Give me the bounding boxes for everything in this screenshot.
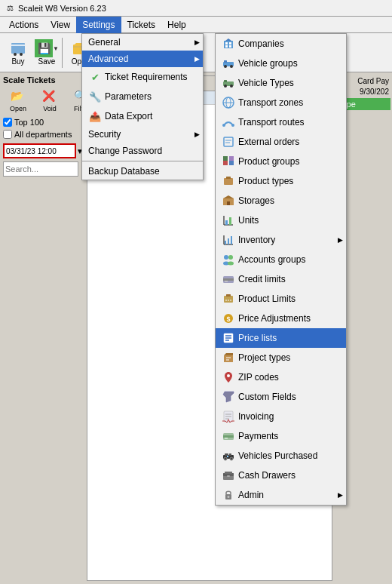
adv-accounts-groups[interactable]: Accounts groups <box>216 250 346 269</box>
date-value: 03/31/23 12:00 <box>6 147 57 155</box>
svg-point-20 <box>224 85 227 88</box>
adv-transport-routes[interactable]: Transport routes <box>216 112 346 132</box>
adv-custom-fields[interactable]: Custom Fields <box>216 387 346 407</box>
svg-rect-83 <box>225 472 232 474</box>
menu-view[interactable]: View <box>44 17 76 33</box>
app-title: Scaleit W8 Version 6.23 <box>18 4 106 13</box>
adv-zip-codes[interactable]: ZIP codes <box>216 367 346 387</box>
adv-transport-routes-label: Transport routes <box>238 117 305 128</box>
save-icon: 💾 <box>35 39 53 57</box>
menu-actions[interactable]: Actions <box>3 17 44 33</box>
adv-product-limits[interactable]: Product Limits <box>216 289 346 309</box>
svg-rect-45 <box>228 238 229 244</box>
adv-cash-drawers[interactable]: Cash Drawers <box>216 466 346 485</box>
adv-companies[interactable]: Companies <box>216 34 346 54</box>
adv-cash-drawers-label: Cash Drawers <box>238 470 296 481</box>
date-input[interactable]: 03/31/23 12:00 <box>3 143 76 158</box>
inventory-icon <box>222 233 235 247</box>
svg-rect-79 <box>227 456 228 457</box>
adv-storages[interactable]: Storages <box>216 191 346 211</box>
settings-general-label: General <box>88 37 121 48</box>
svg-point-85 <box>228 496 230 498</box>
svg-rect-40 <box>225 220 228 225</box>
settings-advanced[interactable]: Advanced <box>82 51 203 67</box>
toolbar-divider-1 <box>62 38 63 68</box>
menu-settings[interactable]: Settings <box>76 17 121 33</box>
settings-parameters[interactable]: 🔧 Parameters <box>82 87 203 106</box>
svg-text:$: $ <box>227 315 231 323</box>
adv-custom-fields-label: Custom Fields <box>238 392 296 402</box>
top100-checkbox[interactable] <box>3 118 12 127</box>
adv-vehicles-purchased[interactable]: Vehicles Purchased <box>216 446 346 466</box>
checkmark-icon: ✔ <box>88 70 102 84</box>
svg-rect-55 <box>226 294 231 297</box>
adv-admin[interactable]: Admin <box>216 485 346 505</box>
scale-void-label: Void <box>43 105 57 112</box>
svg-point-1 <box>14 53 17 56</box>
alldepts-checkbox[interactable] <box>3 130 12 139</box>
settings-ticket-req[interactable]: ✔ Ticket Requirements <box>82 67 203 87</box>
svg-point-2 <box>20 53 23 56</box>
companies-icon <box>222 37 235 51</box>
svg-rect-9 <box>224 41 233 48</box>
left-panel: Scale Tickets 📂 Open ❌ Void 🔍 Filter Top… <box>0 72 87 584</box>
buy-icon <box>9 39 27 57</box>
section-title: Scale Tickets <box>3 75 84 85</box>
adv-external-orders[interactable]: External orders <box>216 132 346 152</box>
adv-transport-zones[interactable]: Transport zones <box>216 93 346 112</box>
settings-security[interactable]: Security <box>82 126 203 143</box>
adv-payments[interactable]: Payments <box>216 426 346 446</box>
adv-credit-limits[interactable]: Credit limits <box>216 269 346 289</box>
adv-price-lists[interactable]: Price lists <box>216 328 346 348</box>
buy-button[interactable]: Buy <box>3 38 33 67</box>
svg-point-78 <box>230 457 233 460</box>
adv-project-types-label: Project types <box>238 352 290 363</box>
settings-general[interactable]: General <box>82 34 203 51</box>
adv-price-lists-label: Price lists <box>238 333 277 343</box>
adv-vehicle-types[interactable]: Vehicle Types <box>216 73 346 93</box>
svg-point-50 <box>228 262 234 266</box>
adv-admin-label: Admin <box>238 490 264 500</box>
adv-accounts-groups-label: Accounts groups <box>238 254 305 265</box>
adv-product-types[interactable]: Product types <box>216 171 346 191</box>
search-input[interactable] <box>3 161 78 177</box>
scale-void-button[interactable]: ❌ Void <box>35 89 65 113</box>
menu-help[interactable]: Help <box>161 17 192 33</box>
save-dropdown-arrow[interactable]: ▼ <box>53 45 59 52</box>
svg-rect-32 <box>223 156 228 161</box>
alldepts-checkbox-row: All departments <box>3 130 84 139</box>
save-label: Save <box>38 57 56 66</box>
scale-open-button[interactable]: 📂 Open <box>3 89 33 113</box>
accounts-groups-icon <box>222 253 235 266</box>
price-lists-icon <box>222 331 235 345</box>
adv-product-groups-label: Product groups <box>238 156 299 167</box>
adv-price-adjustments[interactable]: $ Price Adjustments <box>216 309 346 328</box>
adv-vehicle-groups[interactable]: Vehicle groups <box>216 54 346 73</box>
adv-units[interactable]: Units <box>216 211 346 230</box>
settings-backup[interactable]: Backup Database <box>82 163 203 180</box>
adv-transport-zones-label: Transport zones <box>238 97 303 108</box>
settings-backup-label: Backup Database <box>88 166 160 177</box>
scale-open-label: Open <box>10 105 26 112</box>
svg-point-17 <box>230 65 233 68</box>
project-types-icon <box>222 351 235 364</box>
menu-tickets[interactable]: Tickets <box>121 17 162 33</box>
adv-invoicing[interactable]: Invoicing <box>216 407 346 426</box>
settings-data-export[interactable]: 📤 Data Export <box>82 106 203 126</box>
svg-rect-63 <box>224 355 233 362</box>
units-icon <box>222 214 235 227</box>
svg-rect-37 <box>227 201 230 205</box>
adv-product-groups[interactable]: Product groups <box>216 152 346 171</box>
settings-parameters-label: Parameters <box>105 91 152 102</box>
product-types-icon <box>222 174 235 188</box>
settings-ticket-req-label: Ticket Requirements <box>105 72 188 82</box>
adv-project-types[interactable]: Project types <box>216 348 346 367</box>
custom-fields-icon <box>222 390 235 404</box>
adv-vehicles-purchased-label: Vehicles Purchased <box>238 450 317 461</box>
admin-icon <box>222 488 235 502</box>
adv-inventory[interactable]: Inventory <box>216 230 346 250</box>
transport-routes-icon <box>222 115 235 129</box>
svg-rect-10 <box>225 42 228 45</box>
settings-change-password[interactable]: Change Password <box>82 143 203 159</box>
save-button[interactable]: 💾 ▼ Save <box>35 39 59 66</box>
